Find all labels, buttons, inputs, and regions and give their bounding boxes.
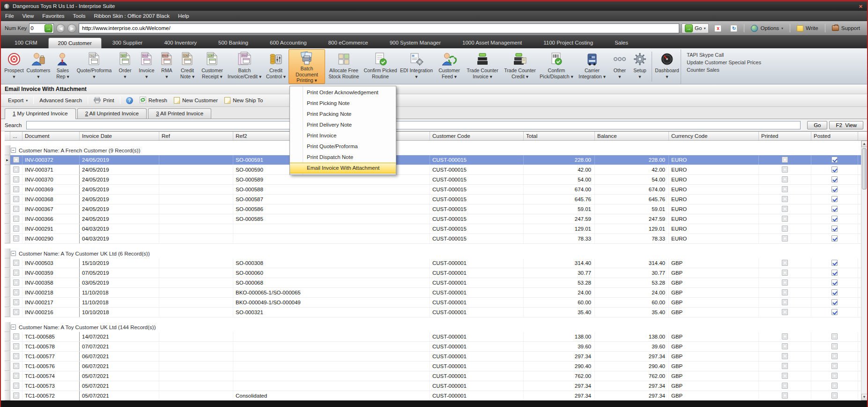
menu-item-print-invoice[interactable]: Print Invoice bbox=[290, 130, 396, 141]
menu-item-print-quote-proforma[interactable]: Print Quote/Proforma bbox=[290, 141, 396, 152]
printed-checkbox[interactable] bbox=[782, 186, 788, 192]
posted-checkbox[interactable] bbox=[831, 363, 838, 369]
row-checkbox[interactable] bbox=[13, 289, 19, 295]
group-header-row[interactable]: −Customer Name: A French Customer (9 Rec… bbox=[5, 145, 867, 155]
column-header-currency-code[interactable]: Currency Code bbox=[669, 132, 759, 140]
row-checkbox[interactable] bbox=[13, 333, 19, 339]
printed-checkbox[interactable] bbox=[782, 279, 788, 286]
ribbon-button-setup[interactable]: Setup▾ bbox=[630, 49, 650, 84]
printed-checkbox[interactable] bbox=[782, 226, 788, 232]
toolbar-refresh-button[interactable]: Refresh bbox=[136, 95, 171, 106]
ribbon-button-credit-control[interactable]: CreditControl ▾ bbox=[263, 49, 289, 84]
printed-checkbox[interactable] bbox=[782, 206, 788, 212]
module-tab-100-crm[interactable]: 100 CRM bbox=[4, 38, 48, 48]
go-button[interactable]: → Go ▾ bbox=[682, 23, 709, 33]
ribbon-button-sales-rep[interactable]: SalesRep ▾ bbox=[52, 49, 74, 84]
row-checkbox[interactable] bbox=[13, 392, 19, 399]
menubar-item-ribbon-skin-office-2007-black[interactable]: Ribbon Skin : Office 2007 Black bbox=[89, 11, 174, 21]
printed-checkbox[interactable] bbox=[782, 196, 788, 202]
invoice-row[interactable]: INV-00021711/10/2018BKO-000049-1/SO-0000… bbox=[5, 298, 867, 308]
invoice-row[interactable]: INV-00029004/03/2019CUST-00001578.3378.3… bbox=[5, 234, 867, 244]
url-input[interactable] bbox=[79, 23, 679, 33]
printed-checkbox[interactable] bbox=[782, 260, 788, 266]
ribbon-button-batch-invoice-credit[interactable]: INVBatchInvoice/Credit ▾ bbox=[226, 49, 263, 84]
row-checkbox[interactable] bbox=[13, 383, 19, 389]
invoice-row[interactable]: INV-00036924/05/2019SO-000588CUST-000015… bbox=[5, 185, 867, 195]
back-icon[interactable]: ◀ bbox=[56, 24, 65, 33]
close-icon[interactable]: × bbox=[857, 3, 864, 9]
posted-checkbox[interactable] bbox=[831, 392, 838, 399]
toolbar-new-ship-to-button[interactable]: New Ship To bbox=[221, 96, 266, 105]
posted-checkbox[interactable] bbox=[831, 206, 838, 212]
scroll-down-icon[interactable]: ▼ bbox=[861, 394, 868, 400]
view-tab-2-all-unprinted-invoice[interactable]: 2 All Unprinted Invoice bbox=[77, 108, 147, 119]
invoice-row[interactable]: INV-00035907/05/2019SO-000060CUST-000001… bbox=[5, 268, 867, 278]
invoice-row[interactable]: TC1-00057205/07/2021ConsolidatedCUST-000… bbox=[5, 391, 867, 400]
row-checkbox[interactable] bbox=[13, 235, 19, 241]
module-tab-300-supplier[interactable]: 300 Supplier bbox=[102, 38, 154, 48]
posted-checkbox[interactable] bbox=[831, 279, 838, 286]
printed-checkbox[interactable] bbox=[782, 309, 788, 315]
ribbon-button-invoice[interactable]: INVInvoice▾ bbox=[136, 49, 157, 84]
group-header-row[interactable]: −Customer Name: A Toy Customer UK Ltd (6… bbox=[5, 249, 867, 258]
posted-checkbox[interactable] bbox=[831, 260, 838, 266]
row-checkbox[interactable] bbox=[13, 353, 19, 359]
view-tab-1-my-unprinted-invoice[interactable]: 1 My Unprinted Invoice bbox=[5, 108, 76, 119]
invoice-row[interactable]: TC1-00057706/07/2021CUST-000001297.34297… bbox=[5, 352, 867, 362]
posted-checkbox[interactable] bbox=[831, 216, 838, 222]
quick-link-counter-sales[interactable]: Counter Sales bbox=[687, 67, 868, 73]
ribbon-button-order[interactable]: SOOrder▾ bbox=[114, 49, 136, 84]
ribbon-button-customer-receipt[interactable]: CRCustomerReceipt ▾ bbox=[199, 49, 226, 84]
column-header-invoice-date[interactable]: Invoice Date bbox=[80, 132, 159, 140]
printed-checkbox[interactable] bbox=[782, 343, 788, 349]
module-tab-1000-asset-management[interactable]: 1000 Asset Management bbox=[452, 38, 533, 48]
num-key-go-icon[interactable]: → bbox=[45, 24, 52, 32]
row-checkbox[interactable] bbox=[13, 206, 19, 212]
ribbon-button-allocate-free-stock-routine[interactable]: Allocate FreeStock Routine bbox=[325, 49, 363, 84]
column-header-printed[interactable]: Printed bbox=[759, 132, 811, 140]
row-checkbox[interactable] bbox=[13, 279, 19, 286]
ribbon-button-customer-feed[interactable]: CustomerFeed ▾ bbox=[435, 49, 464, 84]
printed-checkbox[interactable] bbox=[782, 392, 788, 399]
search-input[interactable] bbox=[26, 121, 801, 129]
view-tab-3-all-printed-invoice[interactable]: 3 All Printed Invoice bbox=[148, 108, 211, 119]
invoice-row[interactable]: TC1-00058514/07/2021CUST-000001138.00138… bbox=[5, 332, 867, 342]
printed-checkbox[interactable] bbox=[782, 383, 788, 389]
module-tab-600-accounting[interactable]: 600 Accounting bbox=[259, 38, 318, 48]
toolbar-advanced-search-button[interactable]: Advanced Search bbox=[36, 96, 85, 105]
module-tab-500-banking[interactable]: 500 Banking bbox=[208, 38, 259, 48]
menubar-item-view[interactable]: View bbox=[18, 11, 38, 21]
posted-checkbox[interactable] bbox=[831, 333, 838, 339]
printed-checkbox[interactable] bbox=[782, 176, 788, 182]
ribbon-button-trade-counter-invoice[interactable]: Trade CounterInvoice ▾ bbox=[464, 49, 501, 84]
posted-checkbox[interactable] bbox=[831, 373, 838, 379]
invoice-row[interactable]: TC1-00057606/07/2021CUST-000001290.40290… bbox=[5, 362, 867, 371]
printed-checkbox[interactable] bbox=[782, 333, 788, 339]
printed-checkbox[interactable] bbox=[782, 299, 788, 305]
posted-checkbox[interactable] bbox=[831, 157, 838, 163]
column-header-customer-code[interactable]: Customer Code bbox=[430, 132, 524, 140]
scroll-up-icon[interactable]: ▲ bbox=[861, 141, 868, 147]
module-tab-sales[interactable]: Sales bbox=[604, 38, 639, 48]
row-checkbox[interactable] bbox=[13, 260, 19, 266]
column-header-total[interactable]: Total bbox=[524, 132, 595, 140]
menu-item-print-dispatch-note[interactable]: Print Dispatch Note bbox=[290, 152, 396, 163]
posted-checkbox[interactable] bbox=[831, 235, 838, 241]
posted-checkbox[interactable] bbox=[831, 226, 838, 232]
module-tab-1100-project-costing[interactable]: 1100 Project Costing bbox=[533, 38, 604, 48]
ribbon-button-confirm-pick-dispatch[interactable]: ConfirmPick/Dispatch ▾ bbox=[539, 49, 574, 84]
menubar-item-tools[interactable]: Tools bbox=[69, 11, 90, 21]
invoice-row[interactable]: INV-00036724/05/2019SO-000586CUST-000015… bbox=[5, 204, 867, 214]
row-checkbox[interactable] bbox=[13, 216, 19, 222]
invoice-row[interactable]: INV-00050315/10/2019SO-000308CUST-000001… bbox=[5, 258, 867, 268]
posted-checkbox[interactable] bbox=[831, 270, 838, 276]
printed-checkbox[interactable] bbox=[782, 289, 788, 295]
column-header-balance[interactable]: Balance bbox=[595, 132, 669, 140]
printed-checkbox[interactable] bbox=[782, 363, 788, 369]
ribbon-button-batch-document-printing[interactable]: Batch DocumentPrinting ▾ bbox=[289, 49, 325, 84]
posted-checkbox[interactable] bbox=[831, 309, 838, 315]
row-checkbox[interactable] bbox=[13, 363, 19, 369]
row-checkbox[interactable] bbox=[13, 309, 19, 315]
ribbon-button-edi-integration[interactable]: EDI Integration▾ bbox=[398, 49, 435, 84]
collapse-icon[interactable]: − bbox=[11, 148, 16, 153]
